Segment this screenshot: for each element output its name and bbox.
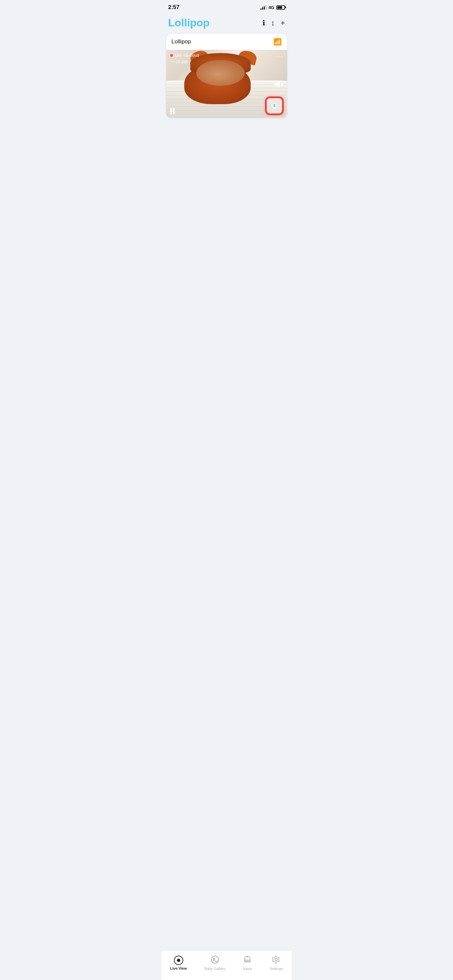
live-status-text: Live via cloud — [175, 53, 199, 58]
sound-level-value: 23.2dB — [176, 60, 188, 64]
battery-icon — [277, 5, 285, 10]
app-header: Lollipop ℹ ↕ + — [162, 13, 292, 34]
add-button[interactable]: + — [281, 19, 285, 27]
signal-bars-icon — [261, 5, 266, 10]
sort-button[interactable]: ↕ — [271, 19, 275, 27]
mute-button[interactable] — [274, 80, 283, 90]
battery-fill — [277, 6, 282, 9]
main-content — [162, 118, 292, 285]
video-bottom-controls — [170, 97, 283, 115]
signal-bar-3 — [264, 6, 265, 10]
camera-name: Lollipop — [172, 38, 191, 45]
app-title: Lollipop — [168, 17, 210, 29]
live-badge: Live via cloud — [170, 53, 199, 58]
svg-rect-10 — [273, 104, 275, 107]
live-indicator: Live via cloud 〰 23.2dB — [170, 53, 199, 64]
video-feed[interactable]: Live via cloud 〰 23.2dB ··· — [166, 50, 287, 118]
header-actions: ℹ ↕ + — [262, 19, 285, 27]
pause-button[interactable] — [170, 108, 175, 115]
vibrate-button[interactable] — [266, 97, 283, 115]
video-top-controls: Live via cloud 〰 23.2dB ··· — [170, 53, 283, 64]
camera-card: Lollipop 📶 — [166, 34, 287, 118]
pause-bar-2 — [173, 108, 175, 115]
info-button[interactable]: ℹ — [262, 19, 265, 27]
video-overlay: Live via cloud 〰 23.2dB ··· — [166, 50, 287, 118]
status-time: 2:57 — [168, 4, 180, 11]
more-options-button[interactable]: ··· — [276, 53, 283, 60]
signal-bar-2 — [262, 7, 263, 10]
sound-wave-icon: 〰 — [170, 59, 175, 64]
sound-level: 〰 23.2dB — [170, 59, 199, 64]
vibrate-icon — [271, 102, 278, 110]
wifi-icon: 📶 — [273, 38, 282, 46]
svg-marker-0 — [274, 81, 280, 88]
status-icons: 4G — [261, 5, 285, 10]
live-dot-icon — [170, 54, 173, 57]
signal-bar-1 — [261, 8, 261, 10]
camera-card-header: Lollipop 📶 — [166, 34, 287, 50]
pause-bar-1 — [170, 108, 172, 115]
status-bar: 2:57 4G — [162, 0, 292, 13]
lte-indicator: 4G — [269, 5, 274, 10]
signal-bar-4 — [265, 5, 266, 10]
